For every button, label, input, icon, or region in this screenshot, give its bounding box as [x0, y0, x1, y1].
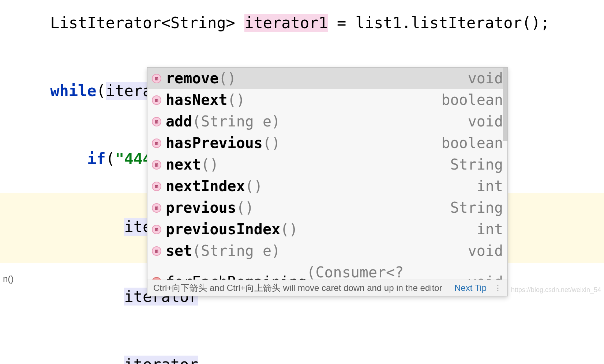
method-icon: m — [152, 95, 161, 105]
method-icon: m — [152, 246, 161, 256]
method-icon: m — [152, 277, 161, 280]
method-params: () — [280, 220, 298, 239]
return-type: void — [461, 273, 503, 280]
suggestion-item[interactable]: mprevious()String — [147, 197, 507, 219]
breadcrumb-text: n() — [3, 274, 14, 284]
code-line[interactable]: ListIterator<String> iterator1 = list1.l… — [0, 0, 604, 57]
suggestion-item[interactable]: mpreviousIndex()int — [147, 219, 507, 240]
popup-footer: Ctrl+向下箭头 and Ctrl+向上箭头 will move caret … — [147, 280, 507, 296]
paren: ( — [97, 82, 106, 100]
suggestion-item[interactable]: mforEachRemaining(Consumer<? super…void — [147, 262, 507, 280]
method-name: previousIndex — [166, 220, 280, 239]
keyword: if — [87, 150, 106, 168]
return-type: String — [443, 155, 503, 174]
indent — [50, 356, 124, 364]
method-icon: m — [152, 74, 161, 83]
paren: ( — [106, 150, 115, 168]
return-type: int — [469, 177, 503, 196]
method-params: () — [201, 155, 218, 174]
return-type: String — [443, 198, 503, 217]
method-params: (String e) — [192, 242, 280, 260]
method-name: set — [166, 242, 192, 260]
suggestion-item[interactable]: mhasNext()boolean — [147, 89, 507, 111]
method-name: hasPrevious — [166, 134, 263, 152]
indent — [50, 288, 124, 306]
method-params: () — [236, 198, 254, 217]
next-tip-link[interactable]: Next Tip — [454, 283, 487, 293]
method-icon: m — [152, 225, 161, 234]
method-name: remove — [166, 69, 219, 88]
method-icon: m — [152, 117, 161, 126]
return-type: int — [469, 220, 503, 239]
method-params: (Consumer<? super… — [307, 263, 460, 280]
code-editor[interactable]: ListIterator<String> iterator1 = list1.l… — [0, 0, 604, 353]
suggestion-item[interactable]: madd(String e)void — [147, 111, 507, 132]
return-type: boolean — [434, 91, 503, 109]
code-text: = list1.listIterator(); — [328, 14, 550, 32]
variable-highlighted: iterator — [124, 356, 198, 364]
method-name: hasNext — [166, 91, 228, 109]
autocomplete-popup: mremove()voidmhasNext()booleanmadd(Strin… — [147, 67, 508, 296]
method-icon: m — [152, 182, 161, 191]
method-name: add — [166, 112, 192, 131]
method-params: () — [219, 69, 236, 88]
method-name: nextIndex — [166, 177, 245, 196]
keyword: while — [50, 82, 96, 100]
method-params: (String e) — [192, 112, 280, 131]
return-type: boolean — [434, 134, 503, 152]
suggestion-item[interactable]: mnext()String — [147, 154, 507, 175]
method-name: previous — [166, 198, 236, 217]
code-text: ListIterator<String> — [50, 14, 244, 32]
method-name: next — [166, 155, 201, 174]
method-icon: m — [152, 160, 161, 170]
suggestion-item[interactable]: mhasPrevious()boolean — [147, 132, 507, 154]
suggestion-item[interactable]: mset(String e)void — [147, 240, 507, 262]
indent — [50, 150, 87, 168]
return-type: void — [461, 112, 503, 131]
return-type: void — [461, 69, 503, 88]
scrollbar[interactable] — [503, 68, 507, 141]
tip-text: Ctrl+向下箭头 and Ctrl+向上箭头 will move caret … — [153, 282, 449, 294]
watermark: https://blog.csdn.net/weixin_54 — [511, 286, 601, 294]
method-icon: m — [152, 203, 161, 213]
suggestion-list[interactable]: mremove()voidmhasNext()booleanmadd(Strin… — [147, 68, 507, 280]
method-params: () — [245, 177, 263, 196]
indent — [50, 218, 124, 236]
method-params: () — [263, 134, 280, 152]
code-line[interactable]: iterator — [0, 331, 604, 364]
method-name: forEachRemaining — [166, 273, 307, 280]
variable-highlighted: iterator1 — [244, 14, 328, 32]
method-icon: m — [152, 139, 161, 148]
more-icon[interactable]: ⋮ — [494, 283, 502, 293]
return-type: void — [461, 242, 503, 260]
suggestion-item[interactable]: mnextIndex()int — [147, 175, 507, 197]
suggestion-item[interactable]: mremove()void — [147, 68, 507, 89]
method-params: () — [228, 91, 245, 109]
